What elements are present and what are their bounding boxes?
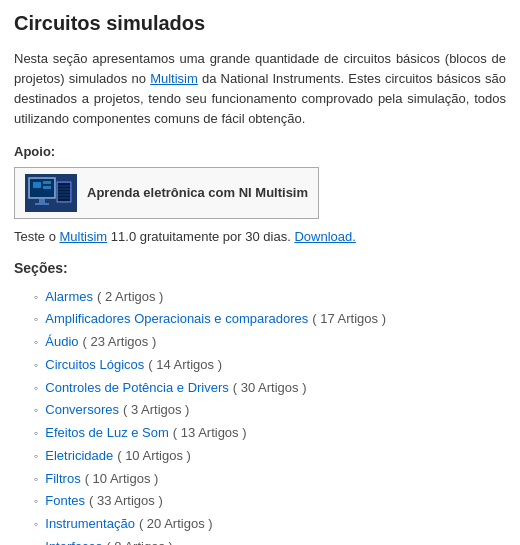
banner-text: Aprenda eletrônica com NI Multisim	[87, 185, 308, 200]
svg-rect-7	[35, 203, 49, 205]
section-count: ( 30 Artigos )	[233, 377, 307, 400]
section-link[interactable]: Conversores	[45, 399, 119, 422]
section-link[interactable]: Eletricidade	[45, 445, 113, 468]
section-count: ( 10 Artigos )	[117, 445, 191, 468]
section-count: ( 13 Artigos )	[173, 422, 247, 445]
list-item: Conversores ( 3 Artigos )	[34, 399, 506, 422]
multisim-link-1[interactable]: Multisim	[150, 71, 198, 86]
section-count: ( 3 Artigos )	[123, 399, 189, 422]
page-title: Circuitos simulados	[14, 12, 506, 35]
section-link[interactable]: Alarmes	[45, 286, 93, 309]
section-link[interactable]: Interfaces	[45, 536, 102, 545]
secoes-label: Seções:	[14, 260, 506, 276]
list-item: Efeitos de Luz e Som ( 13 Artigos )	[34, 422, 506, 445]
apoio-label: Apoio:	[14, 144, 506, 159]
banner-image	[25, 174, 77, 212]
section-count: ( 10 Artigos )	[85, 468, 159, 491]
list-item: Circuitos Lógicos ( 14 Artigos )	[34, 354, 506, 377]
list-item: Fontes ( 33 Artigos )	[34, 490, 506, 513]
section-link[interactable]: Instrumentação	[45, 513, 135, 536]
section-count: ( 17 Artigos )	[312, 308, 386, 331]
svg-rect-6	[39, 199, 45, 203]
banner[interactable]: Aprenda eletrônica com NI Multisim	[14, 167, 319, 219]
svg-rect-4	[43, 181, 51, 184]
section-link[interactable]: Filtros	[45, 468, 80, 491]
section-link[interactable]: Áudio	[45, 331, 78, 354]
list-item: Amplificadores Operacionais e comparador…	[34, 308, 506, 331]
svg-rect-3	[33, 182, 41, 188]
intro-paragraph: Nesta seção apresentamos uma grande quan…	[14, 49, 506, 130]
section-count: ( 20 Artigos )	[139, 513, 213, 536]
section-count: ( 8 Artigos )	[106, 536, 172, 545]
list-item: Controles de Potência e Drivers ( 30 Art…	[34, 377, 506, 400]
svg-rect-5	[43, 186, 51, 189]
download-link[interactable]: Download.	[294, 229, 355, 244]
section-link[interactable]: Circuitos Lógicos	[45, 354, 144, 377]
multisim-link-2[interactable]: Multisim	[60, 229, 108, 244]
banner-svg	[25, 174, 77, 212]
list-item: Áudio ( 23 Artigos )	[34, 331, 506, 354]
list-item: Alarmes ( 2 Artigos )	[34, 286, 506, 309]
section-count: ( 14 Artigos )	[148, 354, 222, 377]
section-link[interactable]: Fontes	[45, 490, 85, 513]
test-suffix: 11.0 gratuitamente por 30 dias.	[107, 229, 294, 244]
test-line: Teste o Multisim 11.0 gratuitamente por …	[14, 229, 506, 244]
section-link[interactable]: Efeitos de Luz e Som	[45, 422, 169, 445]
list-item: Filtros ( 10 Artigos )	[34, 468, 506, 491]
section-count: ( 2 Artigos )	[97, 286, 163, 309]
list-item: Interfaces ( 8 Artigos )	[34, 536, 506, 545]
section-link[interactable]: Controles de Potência e Drivers	[45, 377, 229, 400]
section-link[interactable]: Amplificadores Operacionais e comparador…	[45, 308, 308, 331]
test-prefix: Teste o	[14, 229, 60, 244]
section-count: ( 33 Artigos )	[89, 490, 163, 513]
list-item: Instrumentação ( 20 Artigos )	[34, 513, 506, 536]
section-list: Alarmes ( 2 Artigos )Amplificadores Oper…	[14, 286, 506, 545]
list-item: Eletricidade ( 10 Artigos )	[34, 445, 506, 468]
section-count: ( 23 Artigos )	[83, 331, 157, 354]
